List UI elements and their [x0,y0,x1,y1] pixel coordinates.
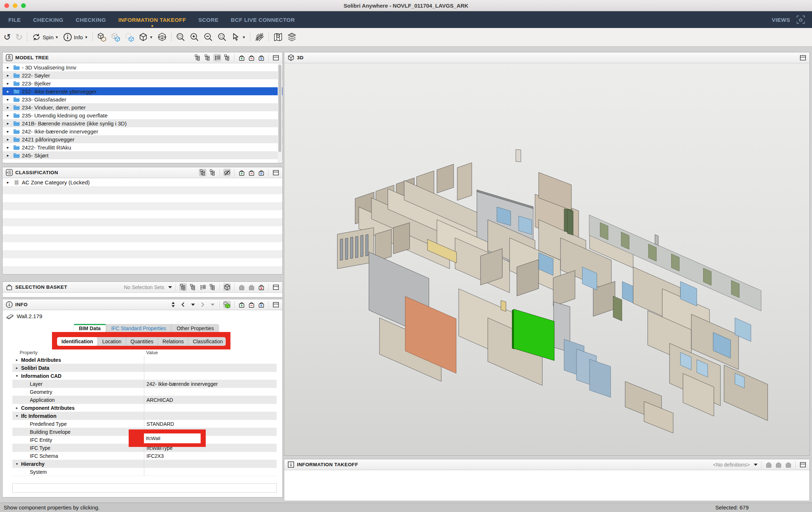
panel-layout-icon[interactable] [272,301,280,308]
footprint-map-icon[interactable] [273,32,283,42]
expand-arrow[interactable]: ▸ [7,121,13,126]
basket-set-icon[interactable] [257,54,265,61]
zoom-fit-icon[interactable] [176,32,185,42]
tree-view-icon[interactable] [199,169,206,176]
property-row[interactable]: ▾Ifc Information [12,412,277,420]
basket-remove-icon-disabled[interactable] [248,283,255,291]
basket-add-icon[interactable] [238,169,245,176]
wall[interactable] [355,236,358,258]
expand-arrow[interactable]: ▸ [7,73,13,78]
tab-other-properties[interactable]: Other Properties [171,324,219,333]
component-view-icon[interactable] [223,54,231,61]
property-row[interactable]: ApplicationARCHICAD [12,396,277,404]
tab-ifc-standard-properties[interactable]: IFC Standard Properties [106,324,171,333]
group-arrow[interactable]: ▾ [16,414,21,418]
3d-model-view[interactable] [284,63,809,455]
visualization-mode-button[interactable]: ▼ [138,32,153,42]
expand-arrow[interactable]: ▸ [7,137,13,142]
views-menu-item[interactable]: VIEWS [772,17,790,23]
expand-arrow[interactable]: ▸ [7,129,13,134]
basket-set-icon[interactable] [257,301,265,308]
property-row[interactable]: ▸Component Attributes [12,404,277,412]
wall[interactable] [501,300,506,311]
component-view-icon[interactable] [209,283,216,291]
show-basket-3d-icon[interactable] [223,283,231,291]
basket-set-icon-disabled[interactable] [784,461,792,468]
forward-dropdown-icon-disabled[interactable] [209,301,216,308]
panel-layout-icon[interactable] [272,54,280,61]
basket-remove-icon[interactable] [248,169,255,176]
model-tree-scrollbar[interactable] [278,64,282,163]
select-tool-button[interactable]: ▼ [231,32,246,42]
expand-arrow[interactable]: ▸ [7,105,13,110]
expand-arrow[interactable]: ▸ [7,180,13,185]
tab-bim-data[interactable]: BIM Data [74,324,106,333]
group-arrow[interactable]: ▸ [16,366,21,370]
tree-view-icon[interactable] [194,54,201,61]
basket-set-icon[interactable] [257,169,265,176]
property-row[interactable]: IFC SchemaIFC2X3 [12,452,277,460]
wall[interactable] [613,296,622,321]
property-row[interactable]: ▸Solibri Data [12,364,277,372]
tree-item[interactable]: ▸233- Glassfasader [3,95,282,103]
basket-add-icon-disabled[interactable] [238,283,245,291]
property-row[interactable]: ▸Model Attributes [12,356,277,364]
basket-clear-icon[interactable] [257,283,265,291]
show-selected-components-icon[interactable] [111,32,120,42]
hide-unselected-icon[interactable] [125,32,134,42]
layers-view-icon[interactable] [199,283,206,291]
group-arrow[interactable]: ▾ [16,374,21,378]
group-arrow[interactable]: ▸ [16,406,21,410]
basket-remove-icon[interactable] [248,54,255,61]
next-icon-disabled[interactable] [199,301,206,308]
sort-icon[interactable] [169,301,177,308]
tree-view-icon[interactable] [179,283,187,291]
tree-item[interactable]: ▸222- Søyler [3,71,282,79]
reset-view-home-icon[interactable] [796,15,805,24]
info-tool-button[interactable]: Info▼ [63,32,88,42]
classification-item[interactable]: ▸ AC Zone Category (Locked) [3,178,282,186]
property-row[interactable]: System [12,468,277,476]
tree-item[interactable]: ▸245- Skjørt [3,151,282,159]
wall[interactable] [361,235,363,257]
definitions-dropdown[interactable]: <No definitions> [713,462,750,468]
property-row[interactable]: ▾Hierarchy [12,460,277,468]
tree-item[interactable]: ▸234- Vinduer, dører, porter [3,103,282,111]
flat-view-icon[interactable] [209,169,216,176]
tree-item[interactable]: ▸- 3D Visualisering Innv [3,63,282,71]
menu-item-file[interactable]: FILE [8,17,21,23]
tree-item[interactable]: ▸2422- Treullitt RIAku [3,143,282,151]
subtab-identification[interactable]: Identification [57,337,97,346]
menu-item-information-takeoff[interactable]: INFORMATION TAKEOFF [118,17,186,23]
panel-layout-icon[interactable] [799,461,807,468]
group-arrow[interactable]: ▾ [16,462,21,466]
property-row[interactable]: Geometry [12,388,277,396]
layers-view-icon[interactable] [213,54,221,61]
expand-arrow[interactable]: ▸ [7,153,13,158]
section-plane-icon[interactable] [157,32,167,42]
panel-layout-icon[interactable] [272,283,280,291]
undo-button[interactable]: ↺ [4,33,11,41]
basket-add-icon[interactable] [238,54,245,61]
basket-add-icon-disabled[interactable] [765,461,772,468]
expand-arrow[interactable]: ▸ [7,97,13,102]
wall[interactable] [457,163,472,200]
expand-arrow[interactable]: ▸ [7,145,13,150]
redo-button[interactable]: ↻ [15,33,23,41]
chevron-down-icon[interactable] [168,285,172,289]
menu-item-score[interactable]: SCORE [198,17,218,23]
tree-item[interactable]: ▸2421 påforingsvegger [3,135,282,143]
layers-icon[interactable] [287,32,297,42]
show-all-components-icon[interactable] [97,32,106,42]
group-arrow[interactable]: ▸ [16,358,21,362]
wall[interactable] [655,235,658,245]
expand-arrow[interactable]: ▸ [7,65,13,70]
subtab-classification[interactable]: Classification [188,337,227,346]
flat-view-icon[interactable] [189,283,197,291]
zoom-out-icon[interactable] [204,32,213,42]
property-row[interactable]: Predefined TypeSTANDARD [12,420,277,428]
expand-arrow[interactable]: ▸ [7,81,13,86]
expand-arrow[interactable]: ▸ [7,113,13,118]
wall[interactable] [350,237,353,259]
selection-sets-dropdown[interactable]: No Selection Sets [124,284,164,290]
